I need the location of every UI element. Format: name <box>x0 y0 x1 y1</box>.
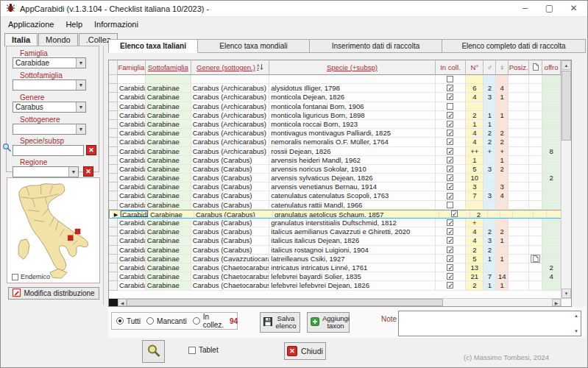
cell-posiz[interactable] <box>509 111 529 120</box>
chiudi-button[interactable]: ✕ Chiudi <box>284 342 326 360</box>
table-row[interactable]: CarabidaeCarabinaeCarabus (Archicarabus)… <box>109 84 561 93</box>
cell-posiz[interactable] <box>509 147 529 156</box>
in-coll-checkbox[interactable]: ✓ <box>447 85 453 91</box>
left-tab-mondo[interactable]: Mondo <box>38 33 78 46</box>
cell-posiz[interactable] <box>509 201 529 210</box>
cell-genere[interactable]: Carabus (Archicarabus) <box>191 120 270 129</box>
cell-male[interactable]: 3 <box>483 93 496 102</box>
header-sottofamiglia[interactable]: Sottofamiglia <box>146 60 191 75</box>
row-selector[interactable] <box>109 191 118 200</box>
cell-in-coll[interactable]: ✓ <box>436 191 467 200</box>
cell-famiglia[interactable]: Carabidae <box>118 138 146 146</box>
cell-sottofamiglia[interactable]: Carabinae <box>146 255 191 263</box>
cell-sottofamiglia[interactable]: Carabinae <box>146 263 191 272</box>
endemico-checkbox[interactable]: Endemico <box>12 273 50 280</box>
cell-in-coll[interactable]: ✓ <box>436 227 467 236</box>
cell-specie[interactable]: catenulatus rattii Mandl, 1966 <box>269 201 435 210</box>
row-selector[interactable] <box>109 84 118 93</box>
cell-female[interactable]: 1 <box>496 236 509 245</box>
maximize-icon[interactable]: ▢ <box>537 1 562 17</box>
main-tab-0[interactable]: Elenco taxa Italiani <box>108 39 198 53</box>
cell-in-coll[interactable]: ✓ <box>436 120 467 129</box>
cell-doc[interactable] <box>529 272 542 281</box>
scroll-left-icon[interactable]: ◀ <box>118 299 127 306</box>
row-selector[interactable] <box>109 120 118 129</box>
cell-in-coll[interactable]: ✓ <box>436 255 467 263</box>
cell-male[interactable]: 3 <box>483 165 496 174</box>
cell-famiglia[interactable]: Carabidae <box>121 210 149 218</box>
cell-n[interactable]: ++ <box>466 147 483 156</box>
cell-male[interactable]: 1 <box>483 281 496 290</box>
table-row[interactable]: CarabidaeCarabinaeCarabus (Cavazzutiocar… <box>109 255 561 263</box>
table-row[interactable]: CarabidaeCarabinaeCarabus (Archicarabus)… <box>109 138 561 146</box>
cell-doc[interactable] <box>529 147 542 156</box>
table-row[interactable]: CarabidaeCarabinaeCarabus (Carabus)itali… <box>109 227 561 236</box>
cell-offro[interactable]: 4 <box>542 272 561 281</box>
cell-male[interactable]: 3 <box>483 236 496 245</box>
cell-genere[interactable]: Carabus (Carabus) <box>191 191 270 200</box>
note-scroll-down-icon[interactable]: ▼ <box>573 328 580 335</box>
cell-n[interactable]: 2 <box>470 210 488 218</box>
cell-in-coll[interactable]: ✓ <box>436 272 467 281</box>
cell-posiz[interactable] <box>509 174 529 183</box>
vertical-scroll-thumb[interactable] <box>562 71 571 141</box>
table-row[interactable]: CarabidaeCarabinaeCarabus (Carabus)granu… <box>109 219 561 227</box>
cell-sottofamiglia[interactable]: Carabinae <box>146 147 191 156</box>
cell-posiz[interactable] <box>509 156 529 165</box>
menu-item-informazioni[interactable]: Informazioni <box>88 18 144 30</box>
cell-offro[interactable] <box>542 219 561 227</box>
cell-n[interactable]: 5 <box>466 165 483 174</box>
cell-specie[interactable]: latreilleanus Csiki, 1927 <box>269 255 435 263</box>
cell-female[interactable]: 1 <box>496 281 509 290</box>
cell-specie[interactable]: italicus rostagnoi Luigioni, 1904 <box>269 246 435 255</box>
cell-in-coll[interactable]: ✓ <box>436 236 467 245</box>
row-selector[interactable] <box>109 75 118 84</box>
scroll-right-icon[interactable]: ▶ <box>552 299 561 306</box>
in-coll-checkbox[interactable]: ✓ <box>447 282 453 289</box>
chevron-down-icon[interactable]: ▼ <box>68 167 78 177</box>
cell-posiz[interactable] <box>509 183 529 191</box>
cell-offro[interactable] <box>542 183 561 191</box>
cell-male[interactable] <box>483 156 496 165</box>
cell-female[interactable]: 2 <box>496 165 509 174</box>
cell-female[interactable]: 2 <box>496 227 509 236</box>
cell-genere[interactable]: Carabus (Carabus) <box>191 165 270 174</box>
cell-specie[interactable]: granulatus aetolicus Schaum, 1857 <box>273 210 439 218</box>
cell-male[interactable] <box>483 201 496 210</box>
cell-offro[interactable] <box>542 84 561 93</box>
cell-in-coll[interactable]: ✓ <box>436 129 467 138</box>
sort-az-icon[interactable]: AZ <box>257 63 263 72</box>
in-coll-checkbox[interactable]: ✓ <box>447 237 453 244</box>
header-doc[interactable] <box>529 60 542 75</box>
cell-male[interactable]: 2 <box>483 129 496 138</box>
row-selector[interactable] <box>109 174 118 183</box>
cell-in-coll[interactable]: ✓ <box>436 246 467 255</box>
radio-tutti[interactable] <box>116 317 124 325</box>
cell-offro[interactable] <box>547 210 561 218</box>
cell-genere[interactable]: Carabus (Archicarabus) <box>191 93 270 102</box>
cell-female[interactable] <box>496 75 509 84</box>
header-genere[interactable]: Genere (sottogen.) AZ <box>191 60 270 75</box>
note-scroll-up-icon[interactable]: ▲ <box>573 312 580 319</box>
cell-sottofamiglia[interactable]: Carabinae <box>146 165 191 174</box>
cell-female[interactable]: 2 <box>496 129 509 138</box>
cell-sottofamiglia[interactable]: Carabinae <box>146 191 191 200</box>
cell-sottofamiglia[interactable]: Carabinae <box>146 281 191 290</box>
cell-male[interactable] <box>483 75 496 84</box>
minimize-icon[interactable]: – <box>513 1 537 17</box>
cell-male[interactable]: 2 <box>483 246 496 255</box>
cell-n[interactable]: 4 <box>466 93 483 102</box>
cell-sottofamiglia[interactable] <box>146 75 191 84</box>
row-selector[interactable] <box>109 281 118 290</box>
cell-doc[interactable] <box>529 191 542 200</box>
cell-female[interactable] <box>496 120 509 129</box>
table-row[interactable]: CarabidaeCarabinaeCarabus (Archicarabus)… <box>109 147 561 156</box>
row-selector[interactable] <box>109 111 118 120</box>
table-row[interactable]: CarabidaeCarabinaeCarabus (Chaetocarabus… <box>109 272 561 281</box>
cell-n[interactable]: 1 <box>466 120 483 129</box>
table-row[interactable]: CarabidaeCarabinaeCarabus (Carabus)arven… <box>109 174 561 183</box>
cell-sottofamiglia[interactable]: Carabinae <box>146 138 191 146</box>
table-row[interactable]: CarabidaeCarabinaeCarabus (Archicarabus)… <box>109 111 561 120</box>
cell-genere[interactable]: Carabus (Carabus) <box>191 227 270 236</box>
cell-genere[interactable]: Carabus (Archicarabus) <box>191 138 270 146</box>
